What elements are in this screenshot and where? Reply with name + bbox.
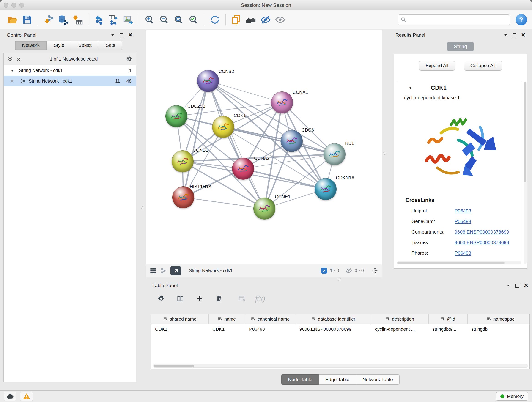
vertical-scrollbar[interactable] — [524, 82, 526, 264]
crosslink-link[interactable]: P06493 — [455, 250, 471, 256]
network-mode-icon[interactable] — [160, 268, 166, 274]
table-settings-gear-icon[interactable] — [155, 293, 167, 304]
node-CDKN1A[interactable] — [315, 178, 336, 200]
tab-sets[interactable]: Sets — [99, 41, 122, 50]
node-CCNE1[interactable] — [253, 198, 275, 220]
float-window-icon[interactable] — [515, 284, 519, 288]
disclosure-triangle-icon[interactable]: ▼ — [409, 86, 412, 90]
add-column-icon[interactable] — [193, 293, 206, 304]
node-CCNB2[interactable] — [197, 70, 219, 92]
open-button[interactable] — [5, 12, 20, 27]
column-header-canonical-name[interactable]: canonical name — [245, 314, 296, 324]
move-icon[interactable] — [371, 267, 379, 274]
memory-button[interactable]: Memory — [496, 392, 528, 401]
node-CCNA2[interactable] — [232, 158, 254, 180]
hidden-eye-icon[interactable] — [346, 268, 352, 274]
column-header-name[interactable]: name — [209, 314, 245, 324]
import-table-button[interactable] — [70, 12, 85, 27]
delete-table-icon — [236, 293, 248, 304]
window-minimize-button[interactable] — [12, 3, 16, 7]
scrollbar-thumb[interactable] — [154, 365, 194, 367]
close-icon[interactable]: ✕ — [524, 283, 528, 288]
window-zoom-button[interactable] — [19, 3, 24, 7]
collapse-all-button[interactable]: Collapse All — [464, 61, 502, 70]
tab-node-table[interactable]: Node Table — [281, 375, 319, 385]
float-window-icon[interactable] — [120, 33, 123, 37]
refresh-button[interactable] — [208, 12, 222, 27]
node-HIST1H1A[interactable] — [172, 186, 194, 208]
splitter-handle[interactable] — [141, 206, 144, 209]
column-header-database-identifier[interactable]: database identifier — [296, 314, 371, 324]
show-columns-icon[interactable] — [174, 293, 186, 304]
tab-style[interactable]: Style — [47, 41, 71, 50]
horizontal-scrollbar[interactable] — [397, 261, 521, 264]
network-collection-row[interactable]: ▼ String Network - cdk1 1 — [4, 65, 136, 76]
node-CDK1[interactable] — [212, 116, 234, 138]
float-window-icon[interactable] — [513, 33, 516, 37]
close-icon[interactable]: ✕ — [128, 32, 133, 38]
column-header--id[interactable]: @id — [429, 314, 468, 324]
export-image-button[interactable] — [121, 12, 136, 27]
scrollbar-thumb[interactable] — [397, 262, 505, 264]
column-header-namespac[interactable]: namespac — [468, 314, 530, 324]
help-button[interactable]: ? — [515, 14, 527, 26]
chevron-down-icon[interactable] — [110, 33, 115, 37]
documents-button[interactable] — [229, 12, 244, 27]
import-database-button[interactable] — [56, 12, 70, 27]
tab-network[interactable]: Network — [15, 41, 47, 50]
column-header-shared-name[interactable]: shared name — [152, 314, 209, 324]
crosslink-link[interactable]: 9606.ENSP00000378699 — [455, 229, 509, 235]
warning-button[interactable] — [20, 392, 33, 401]
grid-mode-icon[interactable] — [150, 268, 156, 274]
network-back-button[interactable] — [92, 12, 106, 27]
expand-all-button[interactable]: Expand All — [419, 61, 455, 70]
disclosure-triangle-icon[interactable]: ▼ — [11, 69, 14, 72]
node-RB1[interactable] — [323, 143, 346, 165]
network-table-button[interactable] — [106, 12, 121, 27]
node-CCNB1[interactable] — [172, 150, 194, 172]
zoom-fit-button[interactable] — [172, 12, 186, 27]
zoom-out-button[interactable] — [157, 12, 172, 27]
selected-checkbox-icon[interactable] — [321, 268, 327, 274]
tab-select[interactable]: Select — [71, 41, 99, 50]
tab-string[interactable]: String — [447, 42, 474, 51]
zoom-selected-button[interactable] — [186, 12, 201, 27]
table-row[interactable]: CDK1CDK1P064939606.ENSP00000378699cyclin… — [152, 324, 530, 334]
close-icon[interactable]: ✕ — [521, 32, 526, 38]
zoom-in-button[interactable] — [142, 12, 157, 27]
delete-column-trash-icon[interactable] — [213, 293, 225, 304]
node-CDC6[interactable] — [281, 130, 303, 152]
chevron-down-icon[interactable] — [503, 33, 508, 37]
crosslink-link[interactable]: 9606.ENSP00000378699 — [455, 240, 509, 245]
edge-CCNB2-HIST1H1A[interactable] — [183, 81, 208, 197]
splitter-handle[interactable] — [383, 152, 386, 155]
edge-CDK1-RB1[interactable] — [223, 127, 335, 154]
window-close-button[interactable] — [4, 3, 8, 7]
collapse-all-icon[interactable] — [16, 56, 22, 62]
crosslink-link[interactable]: P06493 — [455, 219, 471, 224]
home-button[interactable] — [244, 12, 258, 27]
node-CDC25B[interactable] — [165, 105, 187, 127]
edge-CCNB2-CCNE1[interactable] — [208, 81, 264, 209]
import-network-button[interactable] — [41, 12, 56, 27]
tab-network-table[interactable]: Network Table — [356, 375, 399, 385]
expand-all-icon[interactable] — [7, 56, 13, 62]
protein-entry-header[interactable]: ▼ CDK1 — [396, 81, 522, 93]
show-panel-button[interactable] — [273, 12, 288, 27]
table-horizontal-scrollbar[interactable] — [153, 364, 528, 368]
save-button[interactable] — [20, 12, 34, 27]
column-header-description[interactable]: description — [371, 314, 429, 324]
birds-eye-view-button[interactable] — [171, 266, 181, 275]
gear-icon[interactable] — [126, 56, 133, 62]
hide-panel-button[interactable] — [258, 12, 273, 27]
tab-edge-table[interactable]: Edge Table — [319, 375, 356, 385]
network-row[interactable]: String Network - cdk1 11 48 — [4, 76, 136, 86]
scrollbar-thumb[interactable] — [524, 82, 526, 182]
crosslink-link[interactable]: P06493 — [455, 208, 471, 214]
search-input[interactable] — [398, 14, 510, 25]
cloud-button[interactable] — [4, 392, 17, 401]
network-canvas[interactable]: CCNB2CCNA1CDC25BCDK1CDC6RB1CCNB1CCNA2CDK… — [146, 30, 382, 264]
node-CCNA1[interactable] — [271, 91, 293, 114]
edge-HIST1H1A-CCNE1[interactable] — [183, 197, 264, 209]
chevron-down-icon[interactable] — [506, 283, 511, 288]
